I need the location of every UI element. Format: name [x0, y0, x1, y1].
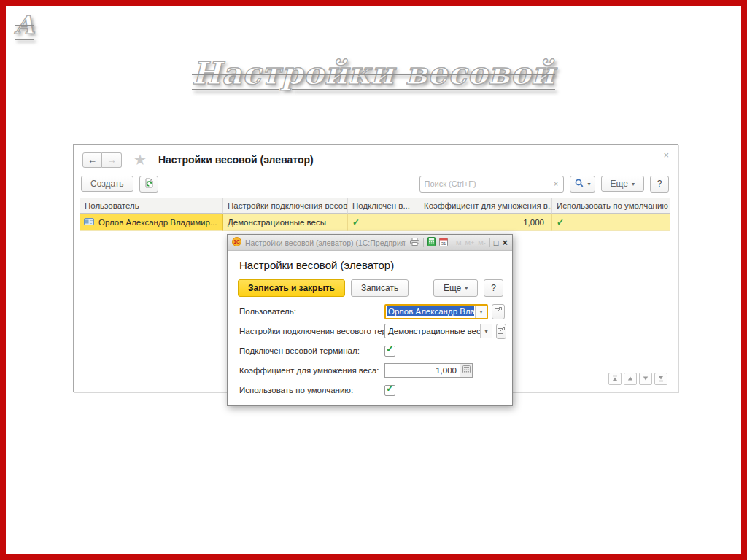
refresh-button[interactable] — [139, 176, 158, 192]
column-header-default[interactable]: Использовать по умолчанию — [552, 198, 670, 214]
user-card-icon — [84, 218, 94, 227]
scroll-bottom-button[interactable] — [654, 373, 667, 385]
refresh-icon — [144, 178, 154, 190]
column-header-coefficient[interactable]: Коэффициент для умножения в... — [419, 198, 552, 214]
column-header-connection[interactable]: Настройки подключения весов... — [223, 198, 348, 214]
field-row-default: Использовать по умолчанию: ✓ — [228, 382, 512, 398]
connection-field: Демонстрационные весы ▾ — [384, 324, 492, 338]
check-icon: ✓ — [386, 343, 394, 354]
check-icon: ✓ — [557, 217, 564, 228]
dialog-title: Настройки весовой (элеватор) (1С:Предпри… — [245, 238, 406, 247]
search-clear-icon[interactable]: × — [549, 176, 563, 192]
search-icon — [574, 178, 584, 190]
coefficient-field-label: Коэффициент для умножения веса: — [239, 366, 384, 375]
printer-icon[interactable] — [410, 238, 419, 248]
calendar-icon[interactable]: 31 — [439, 237, 448, 249]
user-open-button[interactable] — [492, 304, 505, 319]
cell-coefficient[interactable]: 1,000 — [419, 214, 552, 231]
calculator-icon[interactable] — [427, 237, 436, 249]
titlebar-divider — [452, 238, 452, 247]
user-dropdown-button[interactable]: ▾ — [475, 306, 487, 318]
connection-open-button[interactable] — [496, 324, 506, 339]
scroll-top-icon — [611, 374, 619, 384]
scroll-down-button[interactable] — [639, 373, 652, 385]
back-button[interactable]: ← — [82, 152, 102, 168]
help-button[interactable]: ? — [650, 176, 669, 192]
search-options-button[interactable]: ▾ — [570, 176, 595, 192]
user-input[interactable]: Орлов Александр Владим — [386, 306, 475, 318]
scroll-top-button[interactable] — [608, 373, 622, 385]
dialog-close-icon[interactable]: × — [502, 237, 508, 248]
memory-button[interactable]: M — [456, 239, 462, 246]
connected-field-label: Подключен весовой терминал: — [239, 346, 384, 355]
open-link-icon — [497, 326, 506, 337]
dialog-titlebar[interactable]: 1С Настройки весовой (элеватор) (1С:Пред… — [228, 235, 512, 251]
chevron-down-icon: ▾ — [465, 285, 468, 292]
open-link-icon — [494, 306, 503, 317]
history-nav: ← → — [82, 152, 122, 168]
favorite-star-icon[interactable]: ★ — [133, 152, 147, 167]
cell-user[interactable]: Орлов Александр Владимир... — [80, 214, 223, 231]
field-row-connected: Подключен весовой терминал: ✓ — [228, 343, 512, 359]
user-field: Орлов Александр Владим ▾ — [384, 304, 488, 319]
default-field-label: Использовать по умолчанию: — [239, 386, 384, 394]
coefficient-field: 1,000 — [384, 363, 473, 378]
svg-text:31: 31 — [441, 241, 446, 245]
window-nav: ← → ★ Настройки весовой (элеватор) — [82, 151, 314, 168]
svg-text:1С: 1С — [233, 239, 240, 244]
dialog-help-button[interactable]: ? — [484, 279, 503, 297]
field-row-coefficient: Коэффициент для умножения веса: 1,000 — [228, 362, 512, 378]
list-toolbar: Создать × ▾ Еще ▾ ? — [81, 174, 669, 193]
dialog-fields: Пользователь: Орлов Александр Владим ▾ Н… — [228, 303, 512, 398]
scroll-bottom-icon — [657, 374, 665, 384]
chevron-down-icon: ▾ — [479, 308, 482, 315]
scroll-up-button[interactable] — [624, 373, 637, 385]
more-button-label: Еще — [611, 179, 628, 189]
connection-dropdown-button[interactable]: ▾ — [480, 324, 492, 338]
cell-connected[interactable]: ✓ — [348, 214, 419, 231]
maximize-icon[interactable]: □ — [494, 238, 499, 247]
search-box: × — [419, 176, 564, 192]
user-input-selected-text: Орлов Александр Владим — [387, 306, 474, 316]
forward-button[interactable]: → — [102, 152, 122, 168]
dialog-heading: Настройки весовой (элеватор) — [239, 259, 512, 271]
dialog-more-button[interactable]: Еще ▾ — [433, 279, 478, 297]
chevron-down-icon: ▾ — [632, 181, 635, 187]
scroll-down-icon — [642, 374, 649, 384]
more-button-label: Еще — [444, 283, 461, 293]
connection-field-label: Настройки подключения весового терминала… — [239, 327, 384, 335]
dialog-actions: Записать и закрыть Записать Еще ▾ ? — [238, 279, 503, 297]
titlebar-divider — [423, 238, 424, 247]
more-button[interactable]: Еще ▾ — [601, 176, 644, 192]
table-header: Пользователь Настройки подключения весов… — [80, 198, 670, 214]
create-button[interactable]: Создать — [81, 176, 133, 192]
chevron-down-icon: ▾ — [588, 181, 591, 187]
settings-dialog: 1С Настройки весовой (элеватор) (1С:Пред… — [227, 234, 513, 406]
connected-checkbox[interactable]: ✓ — [384, 346, 395, 357]
save-and-close-button[interactable]: Записать и закрыть — [238, 279, 345, 297]
back-arrow-icon: ← — [88, 155, 97, 166]
titlebar-divider — [489, 238, 490, 247]
calculator-icon — [462, 365, 471, 376]
calculator-button[interactable] — [460, 363, 473, 378]
table-row[interactable]: Орлов Александр Владимир... Демонстрацио… — [80, 214, 670, 231]
cell-user-text: Орлов Александр Владимир... — [98, 218, 217, 227]
memory-plus-button[interactable]: M+ — [465, 239, 474, 246]
search-input[interactable] — [420, 176, 549, 192]
user-field-label: Пользователь: — [239, 307, 384, 316]
page-title: Настройки весовой (элеватор) — [158, 154, 314, 166]
window-close-icon[interactable]: × — [663, 150, 669, 160]
scroll-up-icon — [627, 374, 634, 384]
forward-arrow-icon: → — [107, 155, 117, 166]
column-header-connected[interactable]: Подключен в... — [348, 198, 419, 214]
default-checkbox[interactable]: ✓ — [384, 385, 395, 396]
connection-input[interactable]: Демонстрационные весы — [385, 324, 480, 338]
slide-title: Настройки весовой — [6, 55, 741, 91]
chevron-down-icon: ▾ — [484, 328, 487, 335]
memory-minus-button[interactable]: M- — [478, 239, 486, 246]
coefficient-input[interactable]: 1,000 — [384, 363, 460, 378]
column-header-user[interactable]: Пользователь — [80, 198, 223, 214]
save-button[interactable]: Записать — [351, 279, 409, 297]
cell-default[interactable]: ✓ — [552, 214, 670, 231]
cell-connection[interactable]: Демонстрационные весы — [223, 214, 348, 231]
